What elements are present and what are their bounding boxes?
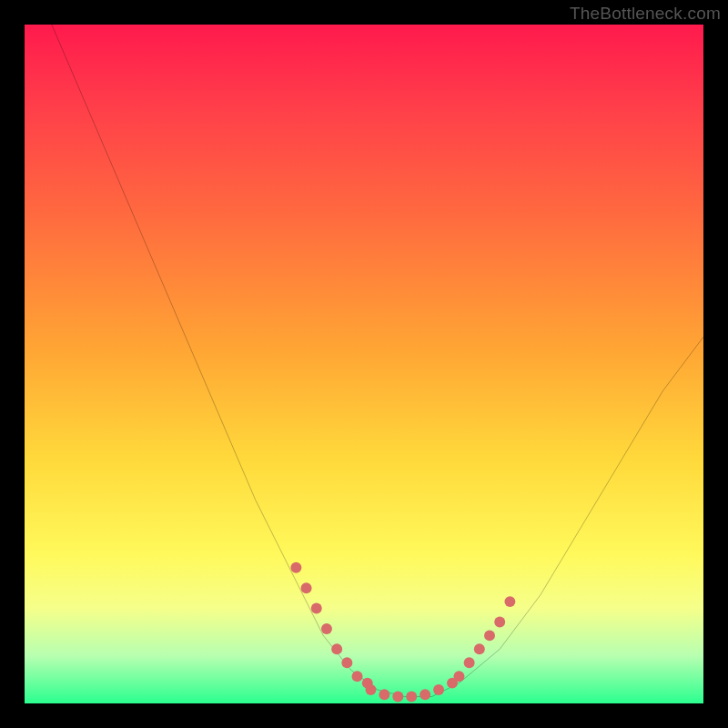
highlight-dot [464, 657, 475, 668]
highlight-dot [504, 596, 515, 607]
highlight-dot [379, 689, 389, 700]
highlight-dot [420, 689, 430, 700]
bottleneck-curve [52, 25, 703, 697]
highlight-dot [494, 617, 505, 628]
chart-frame: TheBottleneck.com [0, 0, 728, 728]
highlight-dot [352, 671, 363, 682]
highlight-dot [321, 623, 332, 634]
watermark-text: TheBottleneck.com [570, 4, 721, 24]
chart-svg [25, 25, 703, 703]
highlight-dot [290, 562, 301, 573]
highlight-dot [433, 684, 444, 695]
highlight-dot [311, 603, 322, 614]
highlight-dot [453, 671, 464, 682]
plot-area [25, 25, 703, 703]
highlight-dot [341, 657, 352, 668]
highlight-dot [331, 643, 342, 654]
highlight-dot [365, 684, 376, 695]
highlight-dot [474, 643, 485, 654]
highlight-dot [392, 692, 403, 703]
highlight-dot [484, 630, 495, 641]
highlight-dot [406, 692, 417, 703]
curve-group [52, 25, 703, 697]
highlight-group [290, 562, 515, 703]
highlight-dot [301, 582, 312, 593]
